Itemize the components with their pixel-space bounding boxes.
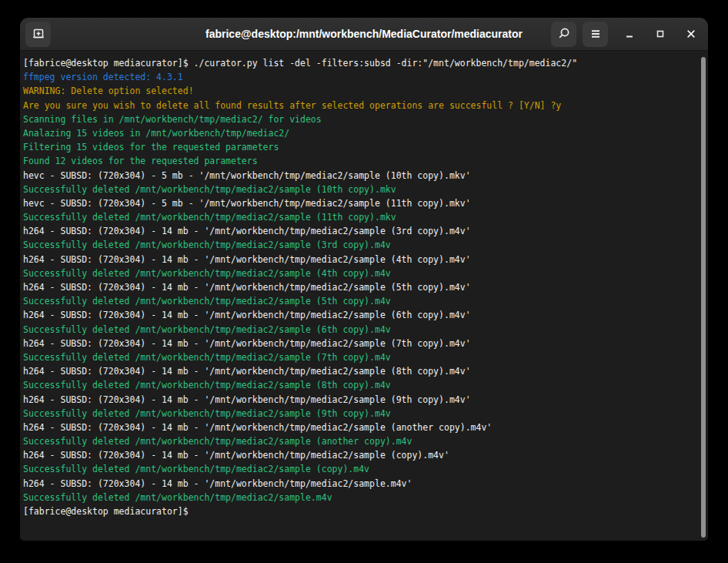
terminal-line: h264 - SUBSD: (720x304) - 14 mb - '/mnt/… [23, 280, 697, 294]
minimize-button[interactable] [620, 25, 639, 43]
terminal-line: h264 - SUBSD: (720x304) - 14 mb - '/mnt/… [23, 477, 697, 491]
maximize-icon [654, 28, 666, 40]
close-icon [685, 28, 697, 40]
terminal-output: [fabrice@desktop mediacurator]$ ./curato… [23, 56, 697, 518]
terminal-line: h264 - SUBSD: (720x304) - 14 mb - '/mnt/… [23, 253, 697, 266]
new-tab-button[interactable] [25, 22, 51, 47]
terminal-window: fabrice@desktop:/mnt/workbench/MediaCura… [20, 18, 708, 541]
terminal-line: Are you sure you wish to delete all foun… [23, 99, 697, 112]
maximize-button[interactable] [651, 25, 670, 43]
terminal-line: h264 - SUBSD: (720x304) - 14 mb - '/mnt/… [23, 337, 697, 350]
terminal-line: Successfully deleted /mnt/workbench/tmp/… [23, 323, 697, 337]
terminal-line: Successfully deleted /mnt/workbench/tmp/… [23, 491, 697, 504]
terminal-viewport[interactable]: [fabrice@desktop mediacurator]$ ./curato… [20, 51, 708, 541]
terminal-line: Successfully deleted /mnt/workbench/tmp/… [23, 238, 697, 252]
terminal-line: h264 - SUBSD: (720x304) - 14 mb - '/mnt/… [23, 224, 697, 238]
terminal-line: Filtering 15 videos for the requested pa… [23, 140, 697, 154]
terminal-line: h264 - SUBSD: (720x304) - 14 mb - '/mnt/… [23, 308, 697, 322]
terminal-line: Successfully deleted /mnt/workbench/tmp/… [23, 434, 697, 448]
terminal-line: Scanning files in /mnt/workbench/tmp/med… [23, 112, 697, 126]
terminal-line: Successfully deleted /mnt/workbench/tmp/… [23, 462, 697, 476]
terminal-line: Successfully deleted /mnt/workbench/tmp/… [23, 183, 697, 196]
terminal-line: Successfully deleted /mnt/workbench/tmp/… [23, 294, 697, 308]
scrollbar-thumb[interactable] [701, 57, 706, 538]
terminal-line: h264 - SUBSD: (720x304) - 14 mb - '/mnt/… [23, 364, 697, 378]
window-titlebar[interactable]: fabrice@desktop:/mnt/workbench/MediaCura… [20, 18, 708, 51]
close-button[interactable] [682, 25, 700, 43]
terminal-line: Successfully deleted /mnt/workbench/tmp/… [23, 407, 697, 421]
terminal-line: Found 12 videos for the requested parame… [23, 154, 697, 168]
terminal-line: [fabrice@desktop mediacurator]$ [23, 504, 697, 518]
terminal-line: hevc - SUBSD: (720x304) - 5 mb - '/mnt/w… [23, 169, 697, 183]
search-button[interactable] [551, 22, 576, 47]
new-tab-icon [32, 27, 45, 41]
terminal-line: Successfully deleted /mnt/workbench/tmp/… [23, 350, 697, 364]
terminal-line: Successfully deleted /mnt/workbench/tmp/… [23, 210, 697, 224]
terminal-line: Analazing 15 videos in /mnt/workbench/tm… [23, 126, 697, 140]
minimize-icon [623, 28, 636, 40]
hamburger-menu-icon [589, 27, 603, 41]
terminal-line: [fabrice@desktop mediacurator]$ ./curato… [23, 56, 697, 70]
terminal-line: h264 - SUBSD: (720x304) - 14 mb - '/mnt/… [23, 393, 697, 407]
terminal-line: WARNING: Delete option selected! [23, 84, 697, 98]
terminal-line: h264 - SUBSD: (720x304) - 14 mb - '/mnt/… [23, 448, 697, 462]
terminal-line: h264 - SUBSD: (720x304) - 14 mb - '/mnt/… [23, 421, 697, 434]
terminal-line: ffmpeg version detected: 4.3.1 [23, 70, 697, 84]
search-icon [557, 27, 571, 41]
terminal-line: hevc - SUBSD: (720x304) - 5 mb - '/mnt/w… [23, 196, 697, 210]
terminal-line: Successfully deleted /mnt/workbench/tmp/… [23, 378, 697, 392]
menu-button[interactable] [583, 22, 608, 47]
terminal-line: Successfully deleted /mnt/workbench/tmp/… [23, 266, 697, 280]
